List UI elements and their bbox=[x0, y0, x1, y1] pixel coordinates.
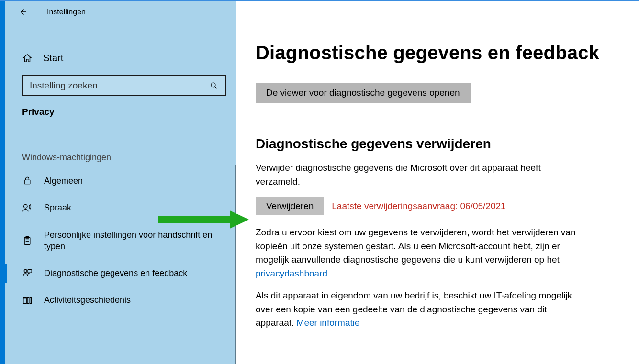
paragraph-company: Als dit apparaat in eigendom van uw bedr… bbox=[256, 289, 586, 330]
feedback-icon bbox=[22, 268, 33, 278]
search-icon bbox=[210, 81, 218, 90]
sidebar-item-label: Activiteitsgeschiedenis bbox=[44, 294, 131, 306]
title-bar: Instellingen bbox=[5, 1, 236, 23]
app-title: Instellingen bbox=[47, 8, 86, 16]
sidebar-item-activity[interactable]: Activiteitsgeschiedenis bbox=[5, 287, 236, 313]
history-icon bbox=[22, 295, 33, 306]
sidebar: Instellingen Start Privacy Windows-macht… bbox=[0, 1, 236, 364]
delete-button[interactable]: Verwijderen bbox=[256, 197, 324, 215]
sidebar-item-label: Diagnostische gegevens en feedback bbox=[44, 267, 187, 279]
home-label: Start bbox=[43, 53, 63, 64]
main-content: Diagnostische gegevens en feedback De vi… bbox=[236, 1, 639, 364]
clipboard-icon bbox=[22, 235, 33, 246]
section-title: Diagnostische gegevens verwijderen bbox=[256, 136, 618, 152]
svg-rect-12 bbox=[27, 297, 29, 303]
speech-icon bbox=[22, 202, 33, 213]
sidebar-item-label: Spraak bbox=[44, 202, 71, 213]
intro-text: Verwijder diagnostische gegevens die Mic… bbox=[256, 161, 586, 188]
page-title: Diagnostische gegevens en feedback bbox=[256, 42, 618, 64]
svg-rect-10 bbox=[28, 270, 32, 273]
home-nav[interactable]: Start bbox=[5, 48, 236, 68]
svg-point-9 bbox=[24, 270, 27, 273]
privacy-dashboard-link[interactable]: privacydashboard. bbox=[256, 268, 330, 278]
sidebar-item-label: Algemeen bbox=[44, 175, 83, 187]
search-input[interactable] bbox=[30, 80, 210, 91]
sidebar-item-inking[interactable]: Persoonlijke instellingen voor handschri… bbox=[5, 221, 236, 260]
more-info-link[interactable]: Meer informatie bbox=[297, 318, 360, 328]
group-header: Windows-machtigingen bbox=[5, 148, 236, 165]
open-viewer-button[interactable]: De viewer voor diagnostische gegevens op… bbox=[256, 83, 471, 103]
back-button[interactable] bbox=[19, 8, 28, 16]
last-delete-status: Laatste verwijderingsaanvraag: 06/05/202… bbox=[332, 201, 505, 211]
sidebar-item-general[interactable]: Algemeen bbox=[5, 167, 236, 194]
para2-text: Zodra u ervoor kiest om uw gegevens te v… bbox=[256, 227, 576, 265]
svg-rect-11 bbox=[23, 297, 26, 303]
svg-rect-2 bbox=[24, 180, 30, 184]
home-icon bbox=[22, 53, 33, 64]
sidebar-item-speech[interactable]: Spraak bbox=[5, 194, 236, 221]
sidebar-item-diagnostics[interactable]: Diagnostische gegevens en feedback bbox=[5, 260, 236, 287]
lock-icon bbox=[22, 176, 33, 186]
sidebar-item-label: Persoonlijke instellingen voor handschri… bbox=[44, 229, 226, 253]
search-box[interactable] bbox=[22, 75, 226, 96]
paragraph-dashboard: Zodra u ervoor kiest om uw gegevens te v… bbox=[256, 226, 586, 280]
delete-row: Verwijderen Laatste verwijderingsaanvraa… bbox=[256, 197, 618, 215]
svg-line-1 bbox=[215, 87, 217, 88]
settings-window: Instellingen Start Privacy Windows-macht… bbox=[0, 0, 639, 364]
svg-point-3 bbox=[24, 205, 27, 208]
search-container bbox=[5, 75, 236, 96]
svg-rect-13 bbox=[30, 297, 32, 303]
svg-point-0 bbox=[211, 83, 215, 87]
category-label: Privacy bbox=[5, 96, 236, 122]
arrow-left-icon bbox=[19, 7, 28, 17]
